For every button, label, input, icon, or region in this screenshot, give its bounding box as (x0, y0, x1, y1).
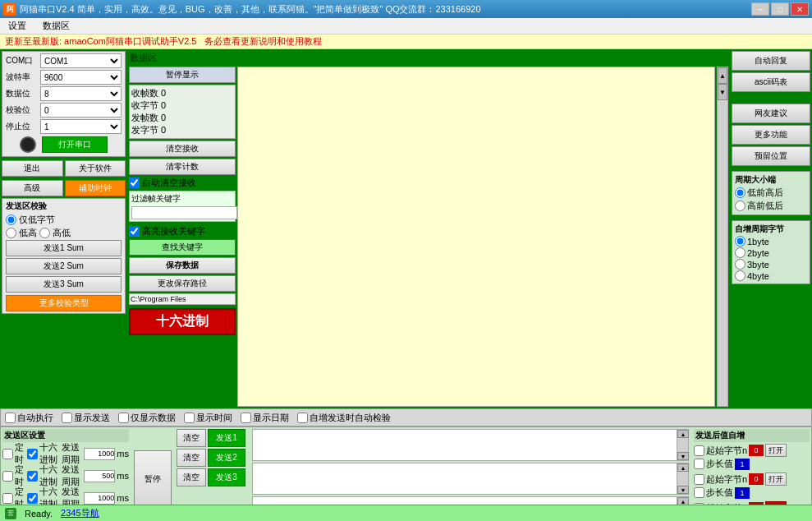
menu-data[interactable]: 数据区 (38, 18, 75, 34)
change-path-button[interactable]: 更改保存路径 (129, 275, 236, 292)
send2-timed-checkbox[interactable] (2, 471, 13, 482)
exit-about-row: 退出 关于软件 (2, 160, 126, 177)
find-keyword-button[interactable]: 查找关键字 (129, 239, 236, 256)
send-after1-row: 起始字节n 0 打开 (694, 444, 810, 457)
send2-button[interactable]: 发送2 (208, 449, 245, 467)
inc-4byte-radio[interactable] (735, 270, 745, 281)
advanced-button[interactable]: 高级 (2, 180, 63, 196)
recv-bytes-row: 收字节 0 (131, 99, 233, 112)
hex-button[interactable]: 十六进制 (129, 308, 236, 335)
send2-text-input[interactable] (253, 463, 677, 494)
auto-exec-checkbox[interactable] (5, 413, 16, 423)
send1-text-input[interactable] (253, 430, 677, 460)
ascii-table-button[interactable]: ascii码表 (732, 72, 810, 92)
data-bits-label: 数据位 (6, 88, 39, 99)
data-bits-select[interactable]: 8 (40, 86, 122, 101)
show-send-checkbox[interactable] (62, 413, 72, 423)
auto-exec-label: 自动执行 (17, 412, 53, 424)
show-send-label: 显示发送 (74, 412, 110, 424)
send1-scroll-up[interactable]: ▲ (677, 430, 689, 438)
keyword-input[interactable] (131, 206, 237, 219)
send1-sum-button[interactable]: 发送1 Sum (6, 240, 122, 256)
parity-select[interactable]: 0 (40, 103, 122, 118)
about-button[interactable]: 关于软件 (65, 160, 126, 177)
send2-period-input[interactable] (84, 470, 115, 482)
send3-period-input[interactable] (84, 492, 115, 505)
send3-button[interactable]: 发送3 (208, 468, 245, 486)
send2-scrollbar[interactable]: ▲ ▼ (677, 463, 688, 494)
send2-hex-checkbox[interactable] (27, 471, 38, 482)
clear1-button[interactable]: 清空 (177, 429, 206, 447)
send3-hex-checkbox[interactable] (27, 493, 38, 504)
stop-bits-select[interactable]: 1 (40, 119, 122, 134)
send-after2-open-button[interactable]: 打开 (765, 473, 787, 486)
nav-link[interactable]: 2345导航 (61, 507, 99, 519)
send-after2-checkbox[interactable] (694, 474, 704, 485)
send3-sum-button[interactable]: 发送3 Sum (6, 276, 122, 293)
radio-low-byte[interactable] (6, 214, 16, 225)
minimize-button[interactable]: ─ (751, 2, 769, 16)
receive-scrollbar[interactable]: ▲ ▼ (717, 67, 728, 407)
center-panel: 数据区 暂停显示 收帧数 0 收字节 0 (127, 49, 730, 408)
send-after2-step-checkbox[interactable] (694, 487, 704, 498)
send-after2-row: 起始字节n 0 打开 (694, 473, 810, 486)
auto-inc-checkbox[interactable] (297, 413, 308, 423)
scroll-down-arrow[interactable]: ▼ (718, 84, 727, 100)
com-select[interactable]: COM1 (40, 53, 122, 68)
send2-scroll-up[interactable]: ▲ (677, 463, 689, 472)
inc-1byte-radio[interactable] (735, 236, 745, 247)
send2-text-area: ▲ ▼ (252, 463, 689, 495)
send-after1-checkbox[interactable] (694, 445, 704, 456)
high-recv-checkbox[interactable] (129, 226, 140, 237)
period-high-first-radio[interactable] (735, 201, 745, 211)
exit-button[interactable]: 退出 (2, 160, 63, 177)
send3-timed-checkbox[interactable] (2, 493, 13, 504)
show-data-only-checkbox[interactable] (118, 413, 129, 423)
send2-sum-button[interactable]: 发送2 Sum (6, 258, 122, 274)
inc-2byte-radio[interactable] (735, 247, 745, 258)
inc-3byte-radio[interactable] (735, 259, 745, 270)
send1-button[interactable]: 发送1 (208, 429, 245, 447)
pause-button[interactable]: 暂停 (134, 450, 172, 508)
baud-select[interactable]: 9600 (40, 70, 122, 85)
radio-low-high-label: 低高 (19, 227, 37, 239)
receive-text-area[interactable] (238, 67, 714, 406)
auto-reply-button[interactable]: 自动回复 (732, 51, 810, 71)
send1-hex-checkbox[interactable] (27, 449, 38, 459)
period-high-first-label: 高前低后 (747, 200, 783, 212)
preset-button[interactable]: 预留位置 (732, 146, 810, 166)
auto-inc-title: 自增周期字节 (735, 224, 807, 235)
more-func-button[interactable]: 更多功能 (732, 125, 810, 145)
send1-timed-checkbox[interactable] (2, 449, 13, 459)
show-date-checkbox[interactable] (241, 413, 251, 423)
scroll-up-arrow[interactable]: ▲ (718, 67, 727, 84)
clear2-button[interactable]: 清空 (177, 449, 206, 467)
clear3-button[interactable]: 清空 (177, 468, 206, 486)
open-port-button[interactable]: 打开串口 (42, 136, 108, 153)
send-after2-start-val: 0 (749, 473, 764, 485)
send-after1-start-val: 0 (749, 445, 764, 456)
period-low-first-radio[interactable] (735, 187, 745, 198)
pause-display-button[interactable]: 暂停显示 (129, 67, 236, 83)
app-icon: 阿 (3, 2, 16, 16)
send1-period-input[interactable] (84, 448, 115, 460)
send-after1-step-checkbox[interactable] (694, 459, 704, 469)
menu-settings[interactable]: 设置 (3, 18, 31, 34)
more-check-button[interactable]: 更多校验类型 (6, 295, 122, 311)
update-link[interactable]: 更新至最新版: amaoCom阿猫串口调试助手V2.5 (5, 35, 196, 48)
show-time-checkbox[interactable] (184, 413, 195, 423)
radio-high-low[interactable] (39, 228, 50, 238)
send-after1-open-button[interactable]: 打开 (765, 444, 787, 457)
close-button[interactable]: ✕ (791, 2, 809, 16)
send1-scrollbar[interactable]: ▲ ▼ (677, 430, 688, 460)
radio-low-high[interactable] (6, 228, 16, 238)
send2-scroll-down[interactable]: ▼ (677, 486, 689, 494)
clear-count-button[interactable]: 清零计数 (129, 159, 236, 175)
send1-scroll-down[interactable]: ▼ (677, 452, 689, 460)
helper-button[interactable]: 辅助时钟 (65, 180, 126, 196)
user-suggest-button[interactable]: 网友建议 (732, 104, 810, 123)
save-data-button[interactable]: 保存数据 (129, 257, 236, 274)
auto-clear-checkbox[interactable] (129, 178, 140, 188)
maximize-button[interactable]: □ (771, 2, 789, 16)
clear-recv-button[interactable]: 清空接收 (129, 141, 236, 157)
